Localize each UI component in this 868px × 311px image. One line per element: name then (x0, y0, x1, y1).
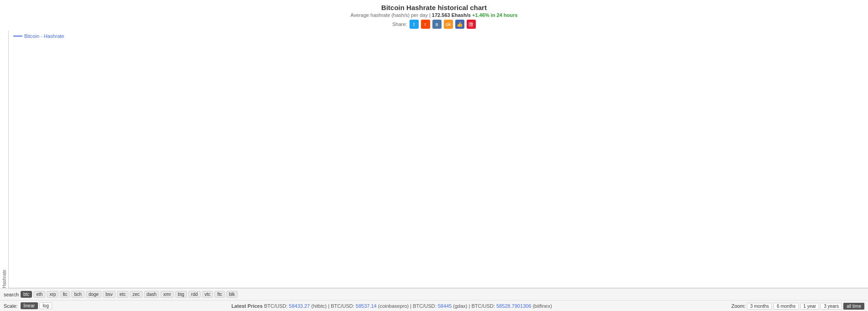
y-axis-label: Hashrate (0, 31, 8, 288)
coin-tag-xmr[interactable]: xmr (160, 291, 174, 298)
facebook-like-icon[interactable]: 👍 (455, 20, 464, 29)
coin-tag-etc[interactable]: etc (117, 291, 128, 298)
svg-text:BTC: BTC (313, 276, 319, 279)
share-bar: Share: t r в ok 👍 微 (0, 20, 868, 29)
hashrate-change: +1.46% in 24 hours (472, 12, 517, 18)
svg-text:Jan 2017: Jan 2017 (557, 281, 574, 286)
svg-text:144E: 144E (18, 61, 27, 66)
svg-text:Jul 2013: Jul 2013 (308, 281, 323, 286)
hashrate-value: 172.563 Ehash/s (432, 12, 471, 18)
coin-tag-bch[interactable]: bch (71, 291, 84, 298)
legend-line (13, 36, 22, 37)
price-item-hitbtc: BTC/USD: 58433.27 (hitbtc) (264, 303, 327, 309)
scale-btn-log[interactable]: log (39, 302, 52, 309)
svg-text:Jul 2009: Jul 2009 (21, 281, 37, 286)
svg-text:80E: 80E (20, 157, 27, 162)
svg-text:48E: 48E (20, 205, 27, 209)
zoom-btn-3-years[interactable]: 3 years (820, 303, 842, 310)
coin-tag-blk[interactable]: blk (226, 291, 238, 298)
svg-text:Jan 2018: Jan 2018 (629, 281, 646, 286)
coin-tag-ltc[interactable]: ltc (60, 291, 70, 298)
svg-text:Jul 2018: Jul 2018 (665, 281, 681, 286)
price-link-coinbasepro[interactable]: 58537.14 (356, 303, 377, 309)
zoom-btn-1-year[interactable]: 1 year (800, 303, 820, 310)
price-item-bitfinex: BTC/USD: 58528.7901306 (bitfinex) (471, 303, 552, 309)
twitter-share-icon[interactable]: t (410, 20, 419, 29)
coin-tag-doge[interactable]: doge (86, 291, 101, 298)
coin-tag-eth[interactable]: eth (33, 291, 45, 298)
svg-text:0: 0 (25, 276, 27, 281)
ok-share-icon[interactable]: ok (444, 20, 453, 29)
zoom-btn-3-months[interactable]: 3 months (747, 303, 772, 310)
svg-text:Jan 2013: Jan 2013 (272, 281, 288, 286)
share-label: Share: (392, 21, 407, 27)
svg-text:BTC: BTC (491, 275, 498, 278)
coin-tag-rdd[interactable]: rdd (188, 291, 200, 298)
svg-text:Jan 2011: Jan 2011 (128, 281, 145, 286)
svg-text:Jul 2016: Jul 2016 (522, 281, 538, 286)
svg-text:Jul 2019: Jul 2019 (736, 281, 752, 286)
chart-svg: 016E32E48E64E80E96E112E128E144E160EJul 2… (9, 31, 868, 288)
svg-text:Jul 2014: Jul 2014 (379, 281, 394, 286)
svg-text:Jan 2015: Jan 2015 (414, 281, 431, 286)
scale-bar: Scale: linear log Latest Prices BTC/USD:… (0, 300, 868, 311)
svg-text:Jan 2021: Jan 2021 (843, 281, 860, 286)
svg-text:Jul 2020: Jul 2020 (808, 281, 824, 286)
vk-share-icon[interactable]: в (432, 20, 442, 29)
chart-inner: 016E32E48E64E80E96E112E128E144E160EJul 2… (8, 31, 868, 288)
svg-text:Jan 2010: Jan 2010 (57, 281, 74, 286)
svg-text:BTC: BTC (277, 276, 283, 279)
scale-buttons: linear log (21, 302, 52, 309)
svg-text:BTC: BTC (390, 276, 396, 279)
coin-tag-vtc[interactable]: vtc (202, 291, 213, 298)
svg-text:64E: 64E (20, 181, 27, 185)
svg-text:128E: 128E (18, 85, 27, 90)
price-link-hitbtc[interactable]: 58433.27 (289, 303, 310, 309)
coin-tag-xrp[interactable]: xrp (47, 291, 59, 298)
page-wrapper: Bitcoin Hashrate historical chart Averag… (0, 0, 868, 311)
svg-text:Jan 2012: Jan 2012 (200, 281, 217, 286)
zoom-label: Zoom: (731, 303, 746, 309)
svg-text:Jan 2016: Jan 2016 (486, 281, 503, 286)
svg-text:112E: 112E (18, 109, 27, 114)
svg-text:16E: 16E (20, 253, 27, 257)
coin-tag-ftc[interactable]: ftc (214, 291, 225, 298)
svg-text:32E: 32E (20, 228, 27, 233)
prices-bar: Latest Prices BTC/USD: 58433.27 (hitbtc)… (55, 303, 729, 309)
scale-btn-linear[interactable]: linear (21, 302, 38, 309)
chart-legend: Bitcoin - Hashrate (13, 33, 64, 39)
reddit-share-icon[interactable]: r (421, 20, 430, 29)
zoom-buttons: 3 months 6 months 1 year 3 years all tim… (747, 303, 864, 309)
svg-text:96E: 96E (20, 133, 27, 137)
svg-text:BTC: BTC (360, 276, 367, 279)
coin-tag-zec[interactable]: zec (130, 291, 143, 298)
svg-text:Jul 2011: Jul 2011 (165, 281, 180, 286)
coin-tag-dash[interactable]: dash (144, 291, 160, 298)
scale-label: Scale: (4, 303, 18, 309)
svg-text:BTC: BTC (527, 274, 533, 277)
svg-text:BTC: BTC (176, 276, 182, 279)
price-item-coinbasepro: BTC/USD: 58537.14 (coinbasepro) (331, 303, 409, 309)
price-link-gdax[interactable]: 58445 (438, 303, 452, 309)
svg-text:BTC: BTC (462, 276, 468, 279)
zoom-bar: Zoom: 3 months 6 months 1 year 3 years a… (731, 303, 864, 309)
price-item-gdax: BTC/USD: 58445 (gdax) (413, 303, 467, 309)
svg-text:Jul 2010: Jul 2010 (93, 281, 108, 286)
price-link-bitfinex[interactable]: 58528.7901306 (496, 303, 531, 309)
weibo-share-icon[interactable]: 微 (467, 20, 476, 29)
coin-tag-bsv[interactable]: bsv (103, 291, 116, 298)
svg-text:Jan 2019: Jan 2019 (700, 281, 717, 286)
coin-tag-btg[interactable]: btg (175, 291, 187, 298)
coin-tag-btc[interactable]: btc (21, 291, 32, 298)
svg-text:Jan 2020: Jan 2020 (772, 281, 788, 286)
subtitle-prefix: Average hashrate (hash/s) per day | (351, 12, 431, 18)
chart-subtitle: Average hashrate (hash/s) per day | 172.… (0, 12, 868, 18)
zoom-btn-6-months[interactable]: 6 months (773, 303, 799, 310)
search-label: search (4, 292, 19, 297)
coin-tags: btc eth xrp ltc bch doge bsv etc zec das… (21, 291, 238, 298)
zoom-btn-all-time[interactable]: all time (843, 303, 864, 310)
chart-container: Hashrate 016E32E48E64E80E96E112E128E144E… (0, 31, 868, 288)
svg-text:Jan 2014: Jan 2014 (343, 281, 360, 286)
chart-header: Bitcoin Hashrate historical chart Averag… (0, 0, 868, 31)
svg-text:Jul 2012: Jul 2012 (236, 281, 251, 286)
